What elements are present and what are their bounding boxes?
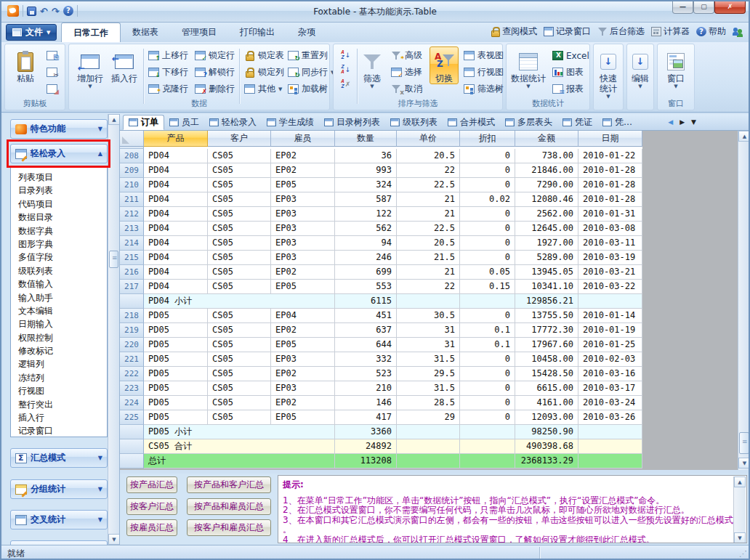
tab-prev-icon[interactable]: ◀ [668, 117, 673, 127]
table-cell[interactable]: 15428.50 [515, 367, 578, 381]
table-cell[interactable]: PD05 [144, 323, 208, 338]
table-cell[interactable]: 2010-03-21 [578, 265, 642, 280]
table-cell[interactable]: CS05 [208, 352, 271, 367]
sort-ascending-button[interactable]: AZ↓ [337, 48, 355, 62]
column-header[interactable]: 客户 [208, 131, 271, 147]
table-cell[interactable] [460, 425, 515, 439]
table-cell[interactable]: PD04 [144, 280, 208, 294]
summary-button[interactable]: 按产品汇总 [126, 476, 177, 493]
row-number[interactable]: 214 [120, 236, 144, 251]
summary-amount-cell[interactable]: 98250.90 [515, 425, 578, 439]
table-cell[interactable]: 122 [335, 207, 397, 222]
table-cell[interactable]: EP03 [271, 381, 335, 396]
table-cell[interactable]: 13945.05 [515, 265, 578, 280]
table-cell[interactable]: 7290.00 [515, 178, 578, 192]
table-cell[interactable]: EP02 [271, 163, 335, 178]
table-cell[interactable]: EP05 [271, 338, 335, 352]
table-cell[interactable]: EP03 [271, 207, 335, 222]
table-tab[interactable]: 凭… [597, 115, 637, 130]
table-cell[interactable]: PD05 [144, 352, 208, 367]
table-cell[interactable]: 0 [460, 149, 515, 163]
insert-row-button[interactable]: 插入行 [108, 46, 140, 84]
table-cell[interactable]: 2010-01-19 [578, 323, 642, 338]
table-cell[interactable]: PD04 [144, 192, 208, 207]
sidebar-group-group-stats[interactable]: 分组统计▼ [10, 479, 108, 499]
summary-button[interactable]: 按雇员汇总 [126, 519, 177, 536]
table-cell[interactable]: 0.1 [460, 338, 515, 352]
sidebar-item[interactable]: 权限控制 [11, 331, 107, 344]
table-cell[interactable]: PD04 [144, 265, 208, 280]
table-cell[interactable]: 94 [335, 236, 397, 251]
table-cell[interactable]: 2010-01-28 [578, 163, 642, 178]
sidebar-item[interactable]: 记录窗口 [11, 424, 107, 437]
people-icon[interactable] [733, 27, 743, 36]
tab-next-icon[interactable]: ▶ [680, 117, 685, 127]
table-cell[interactable]: CS05 [208, 192, 271, 207]
toolbar-button[interactable]: ?帮助 [696, 25, 726, 38]
table-cell[interactable]: 21 [397, 265, 460, 280]
table-cell[interactable]: 2010-02-03 [578, 352, 642, 367]
ribbon-button[interactable]: x取消 [389, 81, 424, 97]
summary-label-cell[interactable]: PD04 小计 [144, 294, 335, 309]
ribbon-button[interactable]: ✓锁定行 [193, 48, 237, 63]
table-cell[interactable]: 738.00 [515, 149, 578, 163]
row-number[interactable]: 225 [120, 410, 144, 425]
toolbar-button[interactable]: 计算器 [651, 25, 690, 38]
sort-clear-button[interactable]: AZ✗ [337, 77, 355, 92]
table-cell[interactable]: PD05 [144, 367, 208, 381]
table-cell[interactable]: PD05 [144, 381, 208, 396]
file-menu-button[interactable]: 文件▼ [6, 24, 57, 41]
sidebar-item[interactable]: 行视图 [11, 384, 107, 397]
summary-amount-cell[interactable]: 2368133.29 [515, 454, 578, 468]
table-cell[interactable]: 22 [397, 163, 460, 178]
table-cell[interactable]: PD04 [144, 163, 208, 178]
sidebar-item[interactable]: 列表项目 [11, 171, 107, 184]
ribbon-button[interactable]: *高级 [389, 48, 424, 63]
table-cell[interactable]: 2010-03-24 [578, 396, 642, 410]
table-cell[interactable]: 0 [460, 352, 515, 367]
table-cell[interactable]: EP05 [271, 280, 335, 294]
table-tab[interactable]: 多层表头 [500, 115, 557, 130]
table-cell[interactable]: 0 [460, 410, 515, 425]
table-cell[interactable]: 2010-03-08 [578, 222, 642, 236]
ribbon-button[interactable]: *克隆行 [146, 81, 190, 97]
table-cell[interactable]: 13755.50 [515, 309, 578, 323]
sidebar-item[interactable]: 多值字段 [11, 251, 107, 264]
quick-stats-button[interactable]: 快速统计▼ [595, 46, 621, 100]
eraser-button[interactable]: ◢ [44, 81, 60, 97]
table-tab[interactable]: 学生成绩 [262, 115, 319, 130]
table-cell[interactable]: CS05 [208, 178, 271, 192]
grid-scrollbar[interactable]: ▲ ▼ [738, 131, 750, 470]
table-cell[interactable]: 0 [460, 236, 515, 251]
table-cell[interactable]: EP02 [271, 367, 335, 381]
table-cell[interactable]: 2010-01-25 [578, 338, 642, 352]
row-number[interactable]: 208 [120, 149, 144, 163]
scroll-up-icon[interactable]: ▲ [738, 131, 750, 142]
paste-button[interactable]: 粘贴 [11, 46, 40, 84]
table-cell[interactable]: 2010-03-26 [578, 410, 642, 425]
sidebar-item[interactable]: 目录列表 [11, 184, 107, 197]
summary-button[interactable]: 按客户和雇员汇总 [187, 519, 271, 536]
ribbon-button[interactable]: 其他▼ [242, 81, 286, 97]
edit-button[interactable]: 编辑▼ [629, 46, 652, 90]
table-cell[interactable]: 0.05 [460, 265, 515, 280]
ribbon-button[interactable]: ↓下移行 [146, 65, 190, 80]
summary-qty-cell[interactable]: 24892 [335, 439, 397, 454]
sidebar-item[interactable]: 代码项目 [11, 198, 107, 211]
table-cell[interactable]: 21 [397, 192, 460, 207]
table-cell[interactable]: EP02 [271, 149, 335, 163]
table-cell[interactable]: EP05 [271, 178, 335, 192]
menu-tab[interactable]: 管理项目 [170, 23, 228, 42]
table-cell[interactable]: 587 [335, 192, 397, 207]
ribbon-button[interactable]: ↻重置列 [286, 48, 336, 63]
row-number[interactable]: 224 [120, 396, 144, 410]
minimize-button[interactable]: — [672, 1, 693, 14]
sidebar-group-cross-stats[interactable]: 交叉统计▼ [10, 510, 108, 529]
table-cell[interactable]: CS05 [208, 396, 271, 410]
table-cell[interactable]: 6615.00 [515, 381, 578, 396]
table-cell[interactable]: 20.5 [397, 149, 460, 163]
table-cell[interactable]: EP03 [271, 236, 335, 251]
column-header[interactable]: 雇员 [271, 131, 335, 147]
table-cell[interactable]: 31.5 [397, 352, 460, 367]
table-cell[interactable]: 2010-01-28 [578, 178, 642, 192]
